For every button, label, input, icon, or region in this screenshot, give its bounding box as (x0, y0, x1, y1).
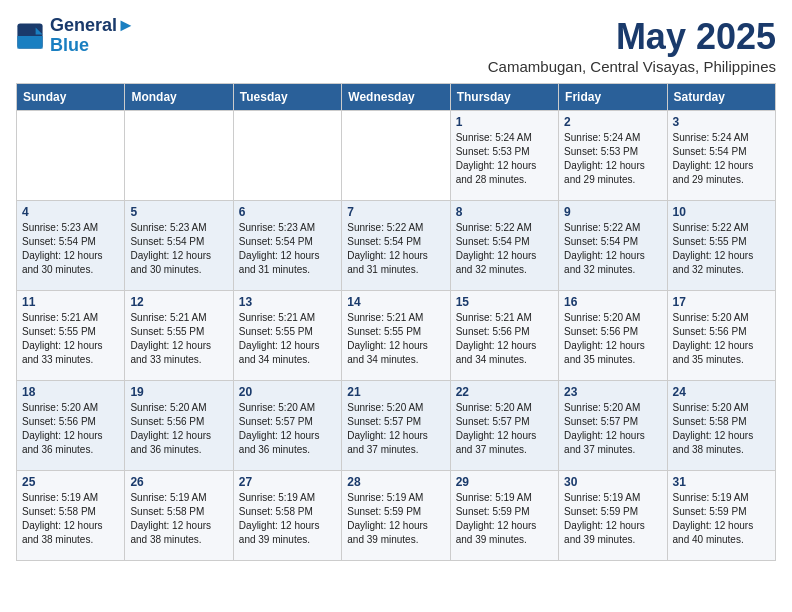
calendar-cell (233, 111, 341, 201)
calendar-cell: 14 Sunrise: 5:21 AMSunset: 5:55 PMDaylig… (342, 291, 450, 381)
calendar-week-1: 4 Sunrise: 5:23 AMSunset: 5:54 PMDayligh… (17, 201, 776, 291)
weekday-header-tuesday: Tuesday (233, 84, 341, 111)
day-info: Sunrise: 5:24 AMSunset: 5:53 PMDaylight:… (456, 131, 553, 187)
day-number: 7 (347, 205, 444, 219)
calendar-body: 1 Sunrise: 5:24 AMSunset: 5:53 PMDayligh… (17, 111, 776, 561)
calendar-cell: 6 Sunrise: 5:23 AMSunset: 5:54 PMDayligh… (233, 201, 341, 291)
day-info: Sunrise: 5:21 AMSunset: 5:55 PMDaylight:… (347, 311, 444, 367)
day-info: Sunrise: 5:23 AMSunset: 5:54 PMDaylight:… (239, 221, 336, 277)
day-info: Sunrise: 5:22 AMSunset: 5:54 PMDaylight:… (564, 221, 661, 277)
day-number: 21 (347, 385, 444, 399)
logo-text: General► Blue (50, 16, 135, 56)
logo: General► Blue (16, 16, 135, 56)
day-info: Sunrise: 5:21 AMSunset: 5:55 PMDaylight:… (22, 311, 119, 367)
day-info: Sunrise: 5:19 AMSunset: 5:59 PMDaylight:… (564, 491, 661, 547)
day-number: 27 (239, 475, 336, 489)
day-number: 28 (347, 475, 444, 489)
calendar-week-3: 18 Sunrise: 5:20 AMSunset: 5:56 PMDaylig… (17, 381, 776, 471)
day-info: Sunrise: 5:24 AMSunset: 5:53 PMDaylight:… (564, 131, 661, 187)
calendar-cell: 7 Sunrise: 5:22 AMSunset: 5:54 PMDayligh… (342, 201, 450, 291)
calendar-cell: 1 Sunrise: 5:24 AMSunset: 5:53 PMDayligh… (450, 111, 558, 201)
day-number: 23 (564, 385, 661, 399)
day-info: Sunrise: 5:20 AMSunset: 5:58 PMDaylight:… (673, 401, 770, 457)
month-title: May 2025 (488, 16, 776, 58)
calendar-week-0: 1 Sunrise: 5:24 AMSunset: 5:53 PMDayligh… (17, 111, 776, 201)
day-number: 31 (673, 475, 770, 489)
day-info: Sunrise: 5:19 AMSunset: 5:58 PMDaylight:… (22, 491, 119, 547)
calendar-cell: 10 Sunrise: 5:22 AMSunset: 5:55 PMDaylig… (667, 201, 775, 291)
weekday-header-wednesday: Wednesday (342, 84, 450, 111)
day-info: Sunrise: 5:20 AMSunset: 5:57 PMDaylight:… (347, 401, 444, 457)
weekday-header-friday: Friday (559, 84, 667, 111)
day-number: 20 (239, 385, 336, 399)
header: General► Blue May 2025 Camambugan, Centr… (16, 16, 776, 75)
calendar-cell: 16 Sunrise: 5:20 AMSunset: 5:56 PMDaylig… (559, 291, 667, 381)
day-number: 9 (564, 205, 661, 219)
calendar-cell: 28 Sunrise: 5:19 AMSunset: 5:59 PMDaylig… (342, 471, 450, 561)
day-info: Sunrise: 5:23 AMSunset: 5:54 PMDaylight:… (130, 221, 227, 277)
calendar-cell: 19 Sunrise: 5:20 AMSunset: 5:56 PMDaylig… (125, 381, 233, 471)
day-number: 24 (673, 385, 770, 399)
day-info: Sunrise: 5:23 AMSunset: 5:54 PMDaylight:… (22, 221, 119, 277)
svg-rect-2 (17, 36, 42, 49)
day-info: Sunrise: 5:22 AMSunset: 5:54 PMDaylight:… (347, 221, 444, 277)
calendar-cell: 15 Sunrise: 5:21 AMSunset: 5:56 PMDaylig… (450, 291, 558, 381)
calendar-cell: 18 Sunrise: 5:20 AMSunset: 5:56 PMDaylig… (17, 381, 125, 471)
day-number: 22 (456, 385, 553, 399)
day-number: 12 (130, 295, 227, 309)
calendar-cell: 25 Sunrise: 5:19 AMSunset: 5:58 PMDaylig… (17, 471, 125, 561)
calendar-cell: 9 Sunrise: 5:22 AMSunset: 5:54 PMDayligh… (559, 201, 667, 291)
calendar-cell (17, 111, 125, 201)
calendar-cell: 29 Sunrise: 5:19 AMSunset: 5:59 PMDaylig… (450, 471, 558, 561)
calendar-cell: 13 Sunrise: 5:21 AMSunset: 5:55 PMDaylig… (233, 291, 341, 381)
title-area: May 2025 Camambugan, Central Visayas, Ph… (488, 16, 776, 75)
day-number: 8 (456, 205, 553, 219)
calendar-cell: 26 Sunrise: 5:19 AMSunset: 5:58 PMDaylig… (125, 471, 233, 561)
calendar-cell: 11 Sunrise: 5:21 AMSunset: 5:55 PMDaylig… (17, 291, 125, 381)
calendar-cell (342, 111, 450, 201)
calendar-cell: 2 Sunrise: 5:24 AMSunset: 5:53 PMDayligh… (559, 111, 667, 201)
day-number: 19 (130, 385, 227, 399)
calendar-cell (125, 111, 233, 201)
calendar-table: SundayMondayTuesdayWednesdayThursdayFrid… (16, 83, 776, 561)
calendar-cell: 30 Sunrise: 5:19 AMSunset: 5:59 PMDaylig… (559, 471, 667, 561)
location-title: Camambugan, Central Visayas, Philippines (488, 58, 776, 75)
logo-icon (16, 22, 44, 50)
weekday-header-saturday: Saturday (667, 84, 775, 111)
day-info: Sunrise: 5:20 AMSunset: 5:56 PMDaylight:… (564, 311, 661, 367)
weekday-row: SundayMondayTuesdayWednesdayThursdayFrid… (17, 84, 776, 111)
day-number: 11 (22, 295, 119, 309)
day-number: 4 (22, 205, 119, 219)
calendar-cell: 3 Sunrise: 5:24 AMSunset: 5:54 PMDayligh… (667, 111, 775, 201)
calendar-cell: 8 Sunrise: 5:22 AMSunset: 5:54 PMDayligh… (450, 201, 558, 291)
day-info: Sunrise: 5:20 AMSunset: 5:57 PMDaylight:… (239, 401, 336, 457)
calendar-cell: 24 Sunrise: 5:20 AMSunset: 5:58 PMDaylig… (667, 381, 775, 471)
day-info: Sunrise: 5:20 AMSunset: 5:57 PMDaylight:… (564, 401, 661, 457)
day-info: Sunrise: 5:20 AMSunset: 5:56 PMDaylight:… (130, 401, 227, 457)
day-number: 29 (456, 475, 553, 489)
day-number: 13 (239, 295, 336, 309)
day-number: 25 (22, 475, 119, 489)
day-number: 1 (456, 115, 553, 129)
day-number: 14 (347, 295, 444, 309)
calendar-header: SundayMondayTuesdayWednesdayThursdayFrid… (17, 84, 776, 111)
calendar-cell: 23 Sunrise: 5:20 AMSunset: 5:57 PMDaylig… (559, 381, 667, 471)
day-info: Sunrise: 5:21 AMSunset: 5:55 PMDaylight:… (130, 311, 227, 367)
day-info: Sunrise: 5:20 AMSunset: 5:56 PMDaylight:… (22, 401, 119, 457)
day-info: Sunrise: 5:22 AMSunset: 5:55 PMDaylight:… (673, 221, 770, 277)
day-number: 18 (22, 385, 119, 399)
day-info: Sunrise: 5:19 AMSunset: 5:59 PMDaylight:… (347, 491, 444, 547)
day-info: Sunrise: 5:24 AMSunset: 5:54 PMDaylight:… (673, 131, 770, 187)
weekday-header-sunday: Sunday (17, 84, 125, 111)
day-number: 10 (673, 205, 770, 219)
calendar-cell: 12 Sunrise: 5:21 AMSunset: 5:55 PMDaylig… (125, 291, 233, 381)
day-info: Sunrise: 5:19 AMSunset: 5:58 PMDaylight:… (130, 491, 227, 547)
day-info: Sunrise: 5:19 AMSunset: 5:58 PMDaylight:… (239, 491, 336, 547)
day-number: 2 (564, 115, 661, 129)
calendar-cell: 20 Sunrise: 5:20 AMSunset: 5:57 PMDaylig… (233, 381, 341, 471)
day-number: 30 (564, 475, 661, 489)
weekday-header-monday: Monday (125, 84, 233, 111)
weekday-header-thursday: Thursday (450, 84, 558, 111)
calendar-cell: 31 Sunrise: 5:19 AMSunset: 5:59 PMDaylig… (667, 471, 775, 561)
day-info: Sunrise: 5:20 AMSunset: 5:56 PMDaylight:… (673, 311, 770, 367)
